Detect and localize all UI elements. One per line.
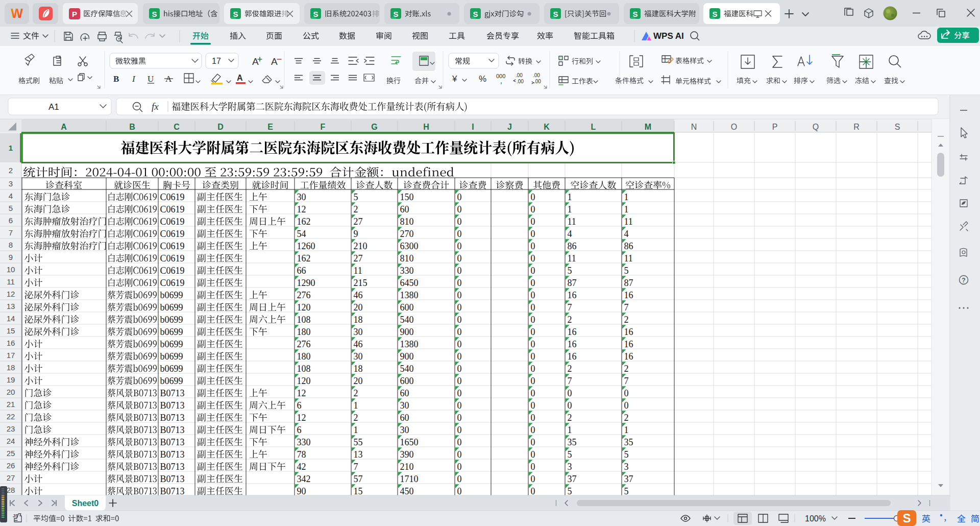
svg-text:b0699: b0699 (160, 315, 183, 325)
svg-text:3: 3 (568, 462, 572, 472)
svg-text:20: 20 (354, 302, 363, 313)
svg-text:120: 120 (297, 376, 311, 386)
svg-text:16: 16 (568, 290, 577, 300)
svg-text:215: 215 (354, 278, 368, 288)
svg-text:0: 0 (457, 241, 462, 251)
svg-text:Q: Q (813, 123, 819, 131)
svg-text:B: B (113, 74, 119, 84)
svg-text:14: 14 (7, 314, 15, 323)
svg-text:5: 5 (624, 486, 629, 496)
svg-text:0: 0 (568, 388, 572, 398)
svg-text:0: 0 (457, 400, 462, 411)
svg-text:2: 2 (624, 413, 629, 423)
svg-text:2: 2 (9, 166, 13, 175)
svg-text:15: 15 (7, 326, 15, 335)
svg-text:60: 60 (400, 388, 409, 398)
svg-text:26: 26 (7, 461, 15, 470)
svg-text:fx: fx (152, 101, 159, 112)
svg-text:0: 0 (457, 315, 462, 325)
svg-text:90: 90 (297, 486, 306, 496)
svg-text:16: 16 (624, 339, 633, 349)
svg-text:12: 12 (297, 413, 306, 423)
svg-text:9: 9 (354, 229, 358, 239)
svg-text:WPS AI: WPS AI (653, 31, 684, 41)
svg-text:18: 18 (7, 363, 15, 372)
svg-text:G: G (371, 123, 377, 131)
svg-text:P: P (72, 10, 77, 18)
svg-text:9: 9 (9, 253, 13, 261)
svg-text:A1: A1 (48, 102, 59, 112)
svg-text:.00: .00 (534, 79, 541, 84)
svg-text:1710: 1710 (400, 474, 419, 484)
svg-text:16: 16 (568, 327, 577, 337)
svg-text:0: 0 (531, 388, 535, 398)
svg-text:D: D (217, 123, 224, 131)
svg-text:0: 0 (531, 437, 535, 447)
svg-text:16: 16 (624, 351, 633, 362)
svg-text:S: S (233, 10, 238, 18)
svg-text:b0699: b0699 (160, 339, 183, 349)
svg-text:0: 0 (531, 400, 535, 411)
svg-text:0: 0 (531, 217, 535, 227)
svg-text:3: 3 (9, 179, 13, 188)
svg-text:162: 162 (297, 217, 311, 227)
svg-text:0: 0 (457, 449, 462, 460)
svg-text:540: 540 (400, 315, 414, 325)
svg-text:37: 37 (568, 474, 577, 484)
svg-text:0: 0 (624, 388, 629, 398)
svg-text:0: 0 (531, 290, 535, 300)
svg-text:B0713: B0713 (160, 449, 185, 460)
svg-text:11: 11 (354, 266, 362, 276)
svg-text:0: 0 (531, 266, 535, 276)
svg-text:18: 18 (354, 364, 363, 374)
svg-text:66: 66 (297, 266, 306, 276)
svg-text:27: 27 (354, 217, 363, 227)
svg-text:0: 0 (531, 315, 535, 325)
svg-text:450: 450 (400, 486, 414, 496)
svg-text:28: 28 (7, 486, 15, 494)
svg-text:5: 5 (354, 192, 358, 202)
svg-text:35: 35 (624, 437, 633, 447)
svg-text:0: 0 (457, 437, 462, 447)
svg-text:C0619: C0619 (160, 229, 185, 239)
svg-text:16: 16 (7, 339, 15, 347)
svg-text:0: 0 (531, 229, 535, 239)
svg-text:162: 162 (297, 253, 311, 264)
svg-text:1: 1 (354, 400, 358, 411)
svg-text:6: 6 (297, 400, 302, 411)
svg-text:S: S (393, 10, 398, 18)
svg-text:540: 540 (400, 364, 414, 374)
svg-text:7: 7 (568, 302, 572, 313)
svg-text:276: 276 (297, 339, 311, 349)
svg-text:L: L (591, 123, 596, 131)
svg-text:0: 0 (457, 290, 462, 300)
svg-text:B0713: B0713 (160, 462, 185, 472)
svg-text:C0619: C0619 (160, 278, 185, 288)
svg-text:5: 5 (568, 449, 572, 460)
svg-text:Sheet0: Sheet0 (72, 499, 99, 508)
svg-text:C0619: C0619 (160, 192, 185, 202)
svg-text:180: 180 (297, 351, 311, 362)
svg-text:0: 0 (531, 241, 535, 251)
svg-text:13: 13 (354, 449, 363, 460)
svg-text:0: 0 (457, 413, 462, 423)
svg-text:b0699: b0699 (160, 327, 183, 337)
svg-text:C0619: C0619 (160, 253, 185, 264)
svg-text:P: P (772, 123, 778, 131)
svg-text:46: 46 (354, 290, 363, 300)
svg-text:16: 16 (568, 351, 577, 362)
svg-text:1290: 1290 (297, 278, 315, 288)
svg-text:H: H (423, 123, 429, 131)
svg-text:330: 330 (297, 437, 311, 447)
svg-text:600: 600 (400, 302, 414, 313)
svg-text:S: S (632, 10, 638, 18)
svg-text:C0619: C0619 (160, 217, 185, 227)
svg-text:A: A (271, 56, 278, 67)
svg-text:30: 30 (297, 192, 306, 202)
svg-text:C: C (174, 123, 180, 131)
svg-text:A: A (252, 56, 259, 67)
svg-text:0: 0 (457, 339, 462, 349)
svg-text:0: 0 (457, 425, 462, 435)
svg-text:B0713: B0713 (160, 413, 185, 423)
svg-text:19: 19 (7, 375, 15, 384)
